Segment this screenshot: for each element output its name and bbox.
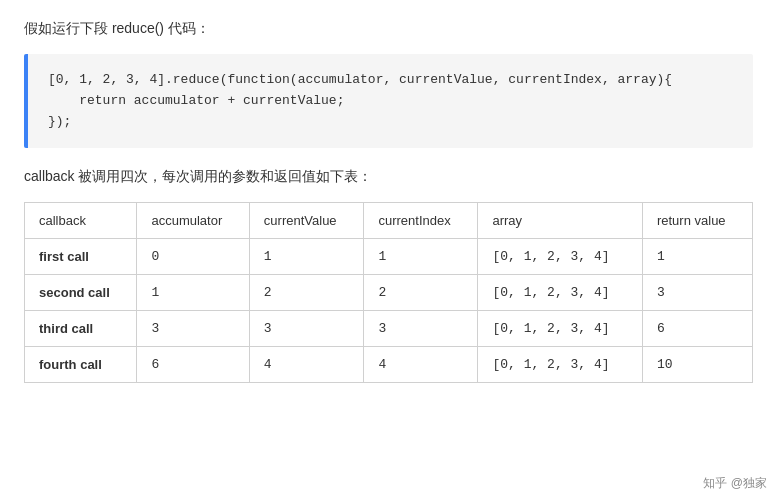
description-text: callback 被调用四次，每次调用的参数和返回值如下表： <box>24 168 753 186</box>
code-content: [0, 1, 2, 3, 4].reduce(function(accumula… <box>48 70 733 132</box>
cell-array: [0, 1, 2, 3, 4] <box>478 239 642 275</box>
cell-callback: second call <box>25 275 137 311</box>
reduce-table: callback accumulator currentValue curren… <box>24 202 753 383</box>
cell-accumulator: 1 <box>137 275 249 311</box>
cell-array: [0, 1, 2, 3, 4] <box>478 347 642 383</box>
cell-accumulator: 3 <box>137 311 249 347</box>
col-header-callback: callback <box>25 203 137 239</box>
cell-returnvalue: 10 <box>642 347 752 383</box>
cell-callback: third call <box>25 311 137 347</box>
code-block: [0, 1, 2, 3, 4].reduce(function(accumula… <box>24 54 753 148</box>
cell-callback: first call <box>25 239 137 275</box>
col-header-array: array <box>478 203 642 239</box>
cell-accumulator: 6 <box>137 347 249 383</box>
col-header-returnvalue: return value <box>642 203 752 239</box>
cell-returnvalue: 1 <box>642 239 752 275</box>
cell-returnvalue: 6 <box>642 311 752 347</box>
cell-currentvalue: 4 <box>249 347 364 383</box>
col-header-currentvalue: currentValue <box>249 203 364 239</box>
table-header-row: callback accumulator currentValue curren… <box>25 203 753 239</box>
cell-currentvalue: 3 <box>249 311 364 347</box>
table-row: fourth call644[0, 1, 2, 3, 4]10 <box>25 347 753 383</box>
cell-array: [0, 1, 2, 3, 4] <box>478 311 642 347</box>
col-header-accumulator: accumulator <box>137 203 249 239</box>
cell-callback: fourth call <box>25 347 137 383</box>
cell-currentindex: 4 <box>364 347 478 383</box>
cell-currentindex: 1 <box>364 239 478 275</box>
col-header-currentindex: currentIndex <box>364 203 478 239</box>
cell-currentindex: 3 <box>364 311 478 347</box>
cell-returnvalue: 3 <box>642 275 752 311</box>
intro-text: 假如运行下段 reduce() 代码： <box>24 20 753 38</box>
table-row: second call122[0, 1, 2, 3, 4]3 <box>25 275 753 311</box>
cell-accumulator: 0 <box>137 239 249 275</box>
cell-currentvalue: 2 <box>249 275 364 311</box>
table-row: first call011[0, 1, 2, 3, 4]1 <box>25 239 753 275</box>
cell-currentindex: 2 <box>364 275 478 311</box>
cell-currentvalue: 1 <box>249 239 364 275</box>
cell-array: [0, 1, 2, 3, 4] <box>478 275 642 311</box>
table-row: third call333[0, 1, 2, 3, 4]6 <box>25 311 753 347</box>
